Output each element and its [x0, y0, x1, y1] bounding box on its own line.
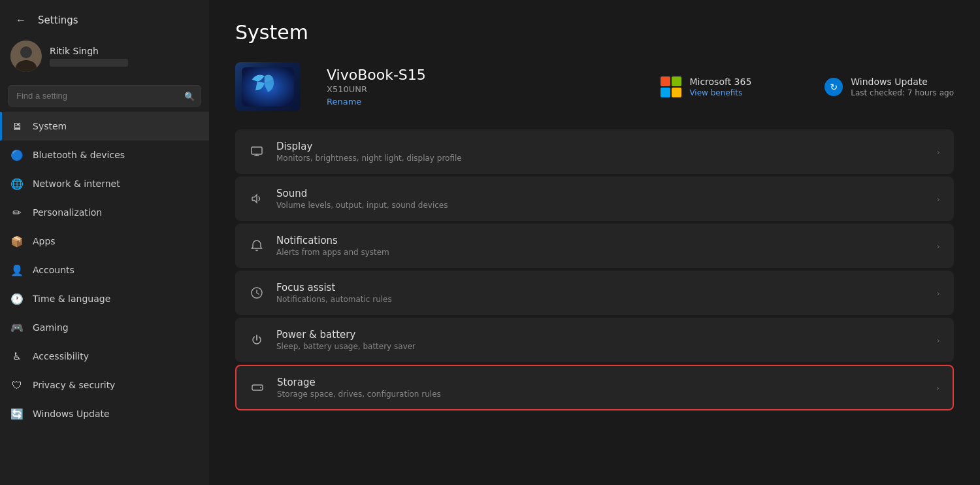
device-name: VivoBook-S15 — [327, 67, 426, 83]
svg-point-6 — [260, 387, 261, 388]
ms365-logo — [661, 76, 681, 97]
settings-text-focusassist: Focus assist Notifications, automatic ru… — [276, 282, 925, 304]
back-button[interactable]: ← — [10, 12, 31, 29]
ms365-square-blue — [661, 88, 670, 97]
settings-name-storage: Storage — [277, 376, 924, 388]
search-input[interactable] — [8, 85, 201, 107]
nav-icon-network: 🌐 — [10, 177, 24, 190]
search-icon[interactable]: 🔍 — [184, 91, 195, 101]
sidebar-item-accessibility[interactable]: ♿ Accessibility — [0, 342, 209, 371]
sidebar-item-bluetooth[interactable]: 🔵 Bluetooth & devices — [0, 141, 209, 169]
settings-item-sound[interactable]: Sound Volume levels, output, input, soun… — [235, 176, 954, 221]
settings-item-notifications[interactable]: Notifications Alerts from apps and syste… — [235, 224, 954, 268]
page-title: System — [235, 21, 954, 44]
nav-icon-privacy: 🛡 — [10, 378, 24, 392]
sidebar-nav: 🖥 System 🔵 Bluetooth & devices 🌐 Network… — [0, 112, 209, 428]
username: Ritik Singh — [50, 46, 128, 56]
settings-text-storage: Storage Storage space, drives, configura… — [277, 376, 924, 399]
settings-text-power: Power & battery Sleep, battery usage, ba… — [276, 329, 925, 351]
nav-label-network: Network & internet — [33, 178, 120, 189]
settings-icon-storage — [250, 380, 265, 395]
device-logo — [242, 67, 294, 107]
username-block: Ritik Singh — [50, 46, 128, 67]
nav-label-apps: Apps — [33, 236, 56, 246]
nav-icon-windowsupdate: 🔄 — [10, 407, 24, 420]
settings-chevron-display: › — [937, 147, 940, 157]
settings-item-focusassist[interactable]: Focus assist Notifications, automatic ru… — [235, 271, 954, 315]
settings-chevron-sound: › — [937, 194, 940, 204]
settings-name-focusassist: Focus assist — [276, 282, 925, 293]
windows-update-label: Windows Update Last checked: 7 hours ago — [851, 76, 954, 97]
sidebar-item-privacy[interactable]: 🛡 Privacy & security — [0, 371, 209, 399]
nav-label-time: Time & language — [33, 293, 110, 304]
settings-chevron-storage: › — [936, 383, 939, 393]
ms365-square-yellow — [672, 88, 681, 97]
settings-desc-power: Sleep, battery usage, battery saver — [276, 342, 925, 351]
sidebar-item-windowsupdate[interactable]: 🔄 Windows Update — [0, 399, 209, 428]
nav-icon-gaming: 🎮 — [10, 321, 24, 334]
settings-icon-focusassist — [249, 285, 265, 301]
device-card: VivoBook-S15 X510UNR Rename Microsoft 36… — [235, 59, 954, 114]
ms365-view-benefits[interactable]: View benefits — [689, 88, 751, 97]
rename-link[interactable]: Rename — [327, 97, 426, 107]
settings-icon-display — [249, 144, 265, 159]
avatar-image — [10, 41, 42, 72]
ms365-name: Microsoft 365 — [689, 76, 751, 87]
sidebar-title: Settings — [38, 14, 78, 26]
settings-name-power: Power & battery — [276, 329, 925, 341]
sidebar-item-apps[interactable]: 📦 Apps — [0, 227, 209, 256]
search-box[interactable]: 🔍 — [8, 85, 201, 107]
sidebar-item-network[interactable]: 🌐 Network & internet — [0, 169, 209, 198]
nav-icon-time: 🕐 — [10, 292, 24, 305]
sidebar: ← Settings Ritik Singh 🔍 🖥 System — [0, 0, 209, 485]
settings-item-display[interactable]: Display Monitors, brightness, night ligh… — [235, 129, 954, 174]
avatar — [10, 41, 42, 72]
settings-text-display: Display Monitors, brightness, night ligh… — [276, 141, 925, 163]
windows-update-section: ↻ Windows Update Last checked: 7 hours a… — [825, 76, 954, 97]
nav-label-windowsupdate: Windows Update — [33, 409, 110, 419]
settings-list: Display Monitors, brightness, night ligh… — [235, 129, 954, 410]
sidebar-item-time[interactable]: 🕐 Time & language — [0, 284, 209, 313]
user-section: Ritik Singh — [0, 35, 209, 82]
settings-desc-storage: Storage space, drives, configuration rul… — [277, 390, 924, 399]
nav-icon-accessibility: ♿ — [10, 350, 24, 363]
settings-name-notifications: Notifications — [276, 235, 925, 246]
svg-rect-4 — [252, 147, 262, 154]
nav-label-gaming: Gaming — [33, 322, 69, 333]
settings-desc-notifications: Alerts from apps and system — [276, 248, 925, 257]
settings-chevron-power: › — [937, 335, 940, 345]
device-info: VivoBook-S15 X510UNR Rename — [327, 67, 426, 107]
settings-chevron-focusassist: › — [937, 288, 940, 298]
nav-icon-apps: 📦 — [10, 235, 24, 248]
nav-icon-bluetooth: 🔵 — [10, 148, 24, 161]
settings-chevron-notifications: › — [937, 241, 940, 251]
settings-name-display: Display — [276, 141, 925, 152]
username-bar — [50, 59, 128, 67]
nav-icon-personalization: ✏️ — [10, 206, 24, 219]
nav-label-privacy: Privacy & security — [33, 380, 115, 390]
sidebar-item-system[interactable]: 🖥 System — [0, 112, 209, 141]
settings-icon-sound — [249, 191, 265, 207]
microsoft365-section: Microsoft 365 View benefits — [661, 76, 751, 97]
sidebar-item-accounts[interactable]: 👤 Accounts — [0, 256, 209, 284]
sidebar-item-personalization[interactable]: ✏️ Personalization — [0, 198, 209, 227]
sidebar-header: ← Settings — [0, 0, 209, 35]
settings-text-sound: Sound Volume levels, output, input, soun… — [276, 188, 925, 210]
windows-update-icon: ↻ — [825, 78, 843, 96]
nav-icon-system: 🖥 — [10, 120, 24, 133]
avatar-svg — [10, 41, 42, 72]
settings-item-power[interactable]: Power & battery Sleep, battery usage, ba… — [235, 318, 954, 362]
settings-name-sound: Sound — [276, 188, 925, 199]
nav-label-personalization: Personalization — [33, 207, 102, 218]
device-model: X510UNR — [327, 84, 426, 94]
ms365-square-red — [661, 76, 670, 86]
sidebar-item-gaming[interactable]: 🎮 Gaming — [0, 313, 209, 342]
settings-desc-sound: Volume levels, output, input, sound devi… — [276, 201, 925, 210]
svg-point-1 — [20, 46, 32, 58]
settings-item-storage[interactable]: Storage Storage space, drives, configura… — [235, 365, 954, 410]
main-content: System VivoBook — [209, 0, 980, 485]
ms365-square-green — [672, 76, 681, 86]
settings-icon-power — [249, 332, 265, 348]
windows-update-name: Windows Update — [851, 76, 954, 87]
nav-label-bluetooth: Bluetooth & devices — [33, 150, 125, 160]
